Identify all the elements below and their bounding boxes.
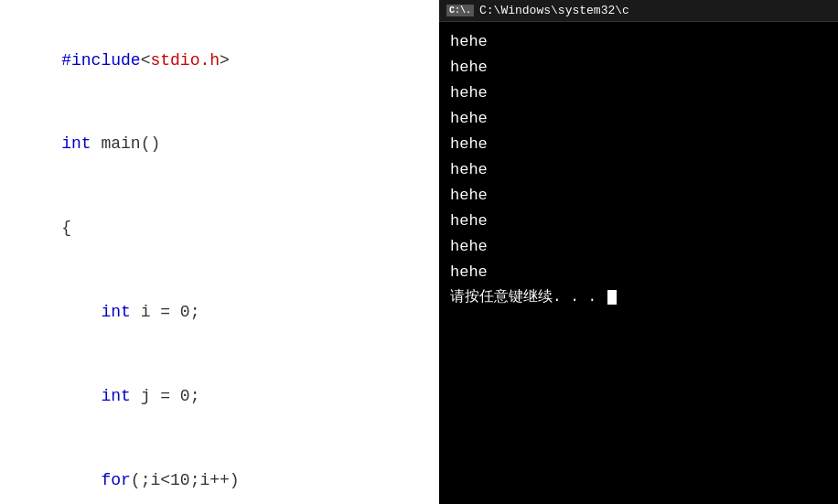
code-editor: #include<stdio.h> int main() { int i = 0… [0, 0, 439, 504]
terminal-prompt: 请按任意键继续. . . [450, 285, 827, 309]
terminal-output-5: hehe [450, 132, 827, 157]
terminal-output-6: hehe [450, 157, 827, 183]
terminal-output-7: hehe [450, 183, 827, 209]
terminal-output-10: hehe [450, 260, 827, 285]
terminal-titlebar: C:\. C:\Windows\system32\c [439, 0, 838, 22]
terminal-cursor [607, 290, 617, 305]
terminal-icon: C:\. [446, 5, 474, 16]
include-file: stdio.h [150, 51, 220, 70]
code-line-include: #include<stdio.h> [22, 18, 417, 102]
code-line-main: int main() [22, 102, 417, 187]
terminal-output-1: hehe [450, 29, 827, 55]
terminal-output-4: hehe [450, 106, 827, 132]
include-keyword: #include [61, 51, 140, 70]
code-line-int-j: int j = 0; [22, 354, 417, 438]
code-line-open1: { [22, 187, 417, 271]
terminal-output-9: hehe [450, 234, 827, 260]
terminal-title: C:\Windows\system32\c [479, 4, 629, 17]
terminal-output-2: hehe [450, 55, 827, 80]
code-line-for-i: for(;i<10;i++) [22, 438, 417, 504]
code-line-int-i: int i = 0; [22, 270, 417, 354]
terminal-body: hehe hehe hehe hehe hehe hehe hehe hehe … [439, 22, 838, 504]
terminal-window: C:\. C:\Windows\system32\c hehe hehe heh… [439, 0, 838, 504]
terminal-output-3: hehe [450, 80, 827, 106]
terminal-output-8: hehe [450, 209, 827, 234]
